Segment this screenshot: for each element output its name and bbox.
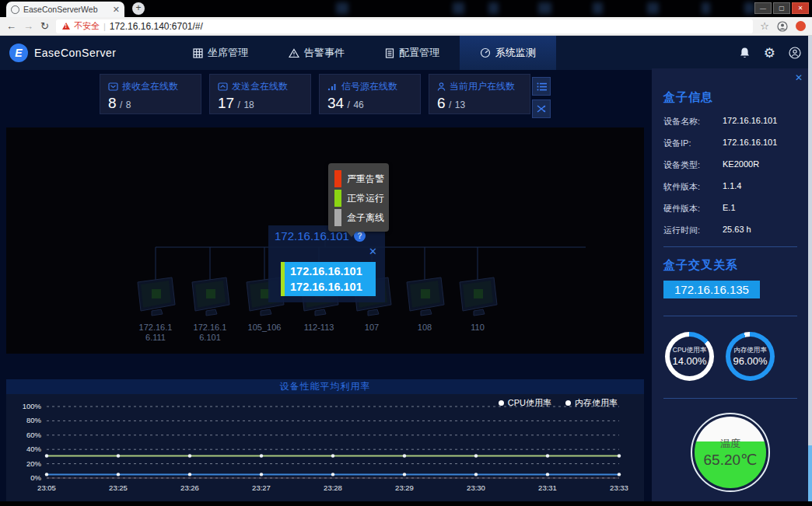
- window-close-button[interactable]: ✕: [792, 2, 809, 14]
- legend-item-cpu[interactable]: CPU使用率: [499, 397, 551, 409]
- node-popup-ip[interactable]: 172.16.16.101: [290, 263, 376, 279]
- send-box-icon: [218, 82, 228, 91]
- settings-gear-icon[interactable]: ⚙: [764, 45, 775, 61]
- monitor-icon: [187, 277, 233, 317]
- info-row-uptime: 运行时间:25.63 h: [663, 225, 797, 236]
- legend-row-offline: 盒子离线: [334, 209, 383, 226]
- bottom-strip: [0, 501, 812, 506]
- legend-row-normal: 正常运行: [334, 190, 383, 207]
- monitor-icon: [455, 277, 500, 317]
- info-row-device-type: 设备类型:KE2000R: [663, 159, 797, 171]
- cross-relation-title: 盒子交叉关系: [663, 258, 797, 273]
- legend-row-critical: 严重告警: [334, 170, 383, 187]
- url-text[interactable]: 172.16.16.140:6701/#/: [110, 21, 203, 32]
- svg-text:23:27: 23:27: [252, 483, 271, 492]
- stat-card-online-users: 当前用户在线数 6 / 13: [429, 74, 530, 114]
- node-popup[interactable]: 172.16.16.101172.16.16.101: [281, 262, 376, 296]
- info-row-device-ip: 设备IP:172.16.16.101: [663, 138, 797, 149]
- svg-text:23:05: 23:05: [37, 483, 56, 492]
- device-label: 172.16.16.111: [132, 323, 179, 343]
- nav-item-system-monitor[interactable]: 系统监测: [460, 36, 556, 70]
- stat-total: 46: [353, 99, 363, 110]
- stat-card-send-boxes: 发送盒在线数 17 / 18: [209, 74, 311, 114]
- device-monitor[interactable]: 172.16.16.111: [132, 277, 179, 343]
- tab-title: EaseConServerWeb: [23, 5, 109, 14]
- app-navbar: E EaseConServer 坐席管理 告警事件: [0, 36, 812, 70]
- stat-total: 13: [455, 99, 465, 110]
- back-button[interactable]: ←: [6, 20, 16, 32]
- svg-text:60%: 60%: [26, 431, 42, 439]
- profile-icon[interactable]: [777, 21, 788, 32]
- info-row-software-version: 软件版本:1.1.4: [663, 181, 797, 193]
- receive-box-icon: [108, 82, 118, 91]
- stat-value: 34: [327, 95, 344, 111]
- tab-close-icon[interactable]: ✕: [113, 5, 120, 15]
- signal-icon: [327, 82, 338, 91]
- memory-legend-dot-icon: [565, 400, 571, 406]
- topology-panel: 172.16.16.111172.16.16.101105_106112-113…: [6, 127, 644, 354]
- chart-title: 设备性能平均利用率: [6, 379, 644, 394]
- forward-button[interactable]: →: [23, 20, 33, 32]
- notifications-bell-icon[interactable]: [739, 47, 751, 59]
- device-monitor[interactable]: 172.16.16.101: [187, 277, 233, 343]
- svg-text:23:25: 23:25: [109, 483, 128, 492]
- svg-text:23:28: 23:28: [324, 483, 342, 492]
- monitor-icon: [133, 277, 178, 317]
- node-popup-ip[interactable]: 172.16.16.101: [290, 279, 376, 295]
- sidebar-close-icon[interactable]: ✕: [795, 72, 803, 83]
- normal-running-color-bar: [334, 190, 341, 207]
- nav-item-alarm-events[interactable]: 告警事件: [268, 36, 365, 70]
- monitor-icon: [402, 277, 447, 317]
- critical-alarm-color-bar: [334, 170, 341, 187]
- svg-text:23:31: 23:31: [538, 483, 557, 492]
- window-maximize-button[interactable]: ▢: [773, 2, 790, 14]
- reload-button[interactable]: ↻: [40, 20, 49, 32]
- insecure-label[interactable]: 不安全: [74, 20, 100, 32]
- node-close-icon[interactable]: ✕: [275, 246, 377, 257]
- config-doc-icon: [385, 48, 394, 58]
- usage-gauges: CPU使用率 14.00% 内存使用率 96.00%: [665, 332, 797, 381]
- new-tab-button[interactable]: +: [132, 2, 145, 15]
- window-minimize-button[interactable]: —: [754, 2, 772, 14]
- browser-titlebar: EaseConServerWeb ✕ + — ▢ ✕: [0, 0, 812, 17]
- nav-item-config-management[interactable]: 配置管理: [365, 36, 460, 70]
- list-view-button[interactable]: [532, 77, 551, 96]
- memory-usage-donut: 内存使用率 96.00%: [726, 332, 775, 381]
- device-label: 108: [401, 323, 448, 333]
- svg-text:40%: 40%: [26, 445, 42, 453]
- device-monitor[interactable]: 108: [401, 277, 448, 333]
- topology-node-172-16-16-101[interactable]: 172.16.16.101 ? ✕ 172.16.16.101172.16.16…: [268, 225, 385, 302]
- brand: E EaseConServer: [9, 44, 173, 62]
- performance-line-chart: 0%20%40%60%80%100%23:0523:2523:2623:2723…: [6, 394, 644, 501]
- svg-text:80%: 80%: [26, 416, 42, 424]
- account-user-icon[interactable]: [789, 47, 801, 59]
- stat-value: 8: [108, 95, 117, 111]
- bookmark-star-icon[interactable]: ☆: [760, 20, 769, 32]
- svg-text:23:33: 23:33: [610, 483, 628, 492]
- chart-legend: CPU使用率 内存使用率: [499, 397, 618, 409]
- url-bar[interactable]: 不安全 | 172.16.16.140:6701/#/: [56, 19, 753, 33]
- stat-card-receive-boxes: 接收盒在线数 8 / 8: [100, 74, 201, 114]
- scrollbar-thumb[interactable]: [808, 445, 812, 506]
- seat-grid-icon: [193, 48, 203, 58]
- device-label: 172.16.16.101: [187, 323, 233, 343]
- app-page: E EaseConServer 坐席管理 告警事件: [0, 36, 812, 506]
- page-scrollbar[interactable]: [808, 36, 812, 506]
- insecure-warning-icon: [62, 23, 70, 30]
- cross-relation-button[interactable]: [532, 99, 551, 118]
- info-row-device-name: 设备名称:172.16.16.101: [663, 116, 797, 127]
- svg-text:100%: 100%: [23, 402, 42, 410]
- alert-triangle-icon: [289, 48, 299, 58]
- divider: [663, 246, 797, 247]
- legend-item-memory[interactable]: 内存使用率: [565, 397, 618, 409]
- brand-name: EaseConServer: [34, 47, 116, 59]
- cpu-legend-dot-icon: [499, 400, 504, 406]
- device-monitor[interactable]: 110: [454, 277, 501, 333]
- box-info-sidebar: ✕ 盒子信息 设备名称:172.16.16.101 设备IP:172.16.16…: [652, 68, 809, 506]
- svg-text:23:30: 23:30: [467, 483, 485, 492]
- divider: [663, 316, 797, 316]
- browser-tab[interactable]: EaseConServerWeb ✕: [6, 2, 124, 17]
- nav-item-seat-management[interactable]: 坐席管理: [173, 36, 268, 70]
- cross-relation-ip-button[interactable]: 172.16.16.135: [663, 281, 760, 298]
- extension-badge-icon[interactable]: [796, 21, 806, 31]
